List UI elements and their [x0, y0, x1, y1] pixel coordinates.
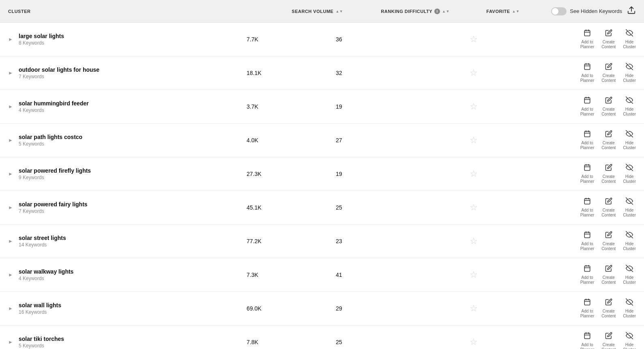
add-to-planner-button[interactable]: Add toPlanner [580, 63, 594, 83]
cluster-name: solar path lights costco [19, 134, 82, 140]
ranking-difficulty-column-header[interactable]: RANKING DIFFICULTY i ▲▼ [381, 9, 486, 14]
add-to-planner-button[interactable]: Add toPlanner [580, 231, 594, 251]
add-to-planner-label: Add toPlanner [580, 107, 594, 117]
ranking-difficulty-info-icon[interactable]: i [434, 9, 440, 14]
add-to-planner-button[interactable]: Add toPlanner [580, 332, 594, 349]
favorite-star-icon[interactable]: ☆ [470, 135, 478, 146]
expand-arrow-icon[interactable]: ► [8, 238, 15, 244]
create-content-button[interactable]: CreateContent [601, 231, 616, 251]
ranking-difficulty-value: 19 [336, 171, 441, 177]
favorite-column-header[interactable]: FAVORITE ▲▼ [486, 9, 551, 14]
favorite-star-icon[interactable]: ☆ [470, 68, 478, 78]
cluster-info: large solar lights 8 Keywords [19, 33, 64, 46]
favorite-star-icon[interactable]: ☆ [470, 270, 478, 280]
add-to-planner-button[interactable]: Add toPlanner [580, 298, 594, 319]
favorite-star-icon[interactable]: ☆ [470, 202, 478, 213]
hide-cluster-button[interactable]: HideCluster [623, 332, 636, 349]
favorite-star-icon[interactable]: ☆ [470, 337, 478, 347]
create-content-button[interactable]: CreateContent [601, 63, 616, 83]
table-row: ► solar wall lights 16 Keywords 69.0K 29… [0, 292, 644, 325]
create-content-button[interactable]: CreateContent [601, 96, 616, 117]
expand-arrow-icon[interactable]: ► [8, 137, 15, 143]
cluster-name: solar powered fairy lights [19, 201, 88, 208]
keywords-count: 8 Keywords [19, 40, 64, 46]
add-to-planner-label: Add toPlanner [580, 174, 594, 184]
add-to-planner-button[interactable]: Add toPlanner [580, 29, 594, 49]
cluster-cell: ► solar path lights costco 5 Keywords [8, 134, 247, 147]
add-to-planner-label: Add toPlanner [580, 208, 594, 218]
expand-arrow-icon[interactable]: ► [8, 36, 15, 42]
cluster-name: outdoor solar lights for house [19, 66, 99, 73]
hide-cluster-button[interactable]: HideCluster [623, 231, 636, 251]
calendar-icon [584, 63, 591, 72]
cluster-column-header: CLUSTER [8, 9, 292, 14]
expand-arrow-icon[interactable]: ► [8, 339, 15, 345]
create-content-button[interactable]: CreateContent [601, 130, 616, 150]
add-to-planner-label: Add toPlanner [580, 309, 594, 319]
cluster-label: CLUSTER [8, 9, 30, 14]
hide-cluster-label: HideCluster [623, 309, 636, 319]
favorite-star-icon[interactable]: ☆ [470, 236, 478, 246]
see-hidden-keywords-label: See Hidden Keywords [570, 8, 622, 14]
favorite-star-icon[interactable]: ☆ [470, 34, 478, 45]
cluster-cell: ► solar wall lights 16 Keywords [8, 302, 247, 315]
cluster-name: solar street lights [19, 235, 66, 241]
keywords-count: 4 Keywords [19, 276, 73, 281]
hide-cluster-icon [626, 231, 633, 240]
cluster-info: solar walkway lights 4 Keywords [19, 268, 73, 281]
ranking-difficulty-value: 29 [336, 305, 441, 312]
svg-rect-36 [584, 266, 590, 272]
favorite-star-icon[interactable]: ☆ [470, 101, 478, 112]
create-content-label: CreateContent [601, 40, 616, 49]
search-volume-column-header[interactable]: SEARCH VOLUME ▲▼ [292, 9, 381, 14]
cluster-name: solar wall lights [19, 302, 61, 308]
expand-arrow-icon[interactable]: ► [8, 171, 15, 177]
calendar-icon [584, 29, 591, 39]
hide-cluster-button[interactable]: HideCluster [623, 298, 636, 319]
create-content-label: CreateContent [601, 343, 616, 349]
ranking-difficulty-sort-icon: ▲▼ [442, 9, 450, 13]
search-volume-value: 7.3K [247, 272, 336, 278]
add-to-planner-button[interactable]: Add toPlanner [580, 164, 594, 184]
calendar-icon [584, 265, 591, 274]
hide-cluster-button[interactable]: HideCluster [623, 63, 636, 83]
create-content-button[interactable]: CreateContent [601, 197, 616, 218]
hide-cluster-label: HideCluster [623, 343, 636, 349]
ranking-difficulty-value: 23 [336, 238, 441, 244]
svg-rect-21 [584, 165, 590, 171]
hide-cluster-button[interactable]: HideCluster [623, 197, 636, 218]
hide-cluster-button[interactable]: HideCluster [623, 265, 636, 285]
favorite-cell: ☆ [441, 34, 506, 45]
hide-cluster-button[interactable]: HideCluster [623, 164, 636, 184]
favorite-sort-icon: ▲▼ [512, 9, 520, 13]
hide-cluster-icon [626, 130, 633, 139]
hide-cluster-button[interactable]: HideCluster [623, 130, 636, 150]
hide-cluster-icon [626, 164, 633, 173]
expand-arrow-icon[interactable]: ► [8, 70, 15, 76]
hide-cluster-button[interactable]: HideCluster [623, 96, 636, 117]
hide-cluster-label: HideCluster [623, 242, 636, 251]
expand-arrow-icon[interactable]: ► [8, 104, 15, 109]
favorite-star-icon[interactable]: ☆ [470, 169, 478, 179]
create-content-button[interactable]: CreateContent [601, 164, 616, 184]
favorite-cell: ☆ [441, 236, 506, 246]
favorite-star-icon[interactable]: ☆ [470, 303, 478, 314]
add-to-planner-button[interactable]: Add toPlanner [580, 130, 594, 150]
create-content-button[interactable]: CreateContent [601, 265, 616, 285]
add-to-planner-button[interactable]: Add toPlanner [580, 197, 594, 218]
expand-arrow-icon[interactable]: ► [8, 205, 15, 210]
expand-arrow-icon[interactable]: ► [8, 306, 15, 311]
table-row: ► large solar lights 8 Keywords 7.7K 36 … [0, 23, 644, 56]
create-content-label: CreateContent [601, 208, 616, 218]
search-volume-value: 27.3K [247, 171, 336, 177]
expand-arrow-icon[interactable]: ► [8, 272, 15, 278]
create-content-button[interactable]: CreateContent [601, 332, 616, 349]
create-content-label: CreateContent [601, 242, 616, 251]
create-content-button[interactable]: CreateContent [601, 29, 616, 49]
see-hidden-keywords-toggle[interactable] [551, 7, 567, 15]
hide-cluster-button[interactable]: HideCluster [623, 29, 636, 49]
add-to-planner-button[interactable]: Add toPlanner [580, 265, 594, 285]
export-icon[interactable] [627, 6, 636, 17]
add-to-planner-button[interactable]: Add toPlanner [580, 96, 594, 117]
create-content-button[interactable]: CreateContent [601, 298, 616, 319]
